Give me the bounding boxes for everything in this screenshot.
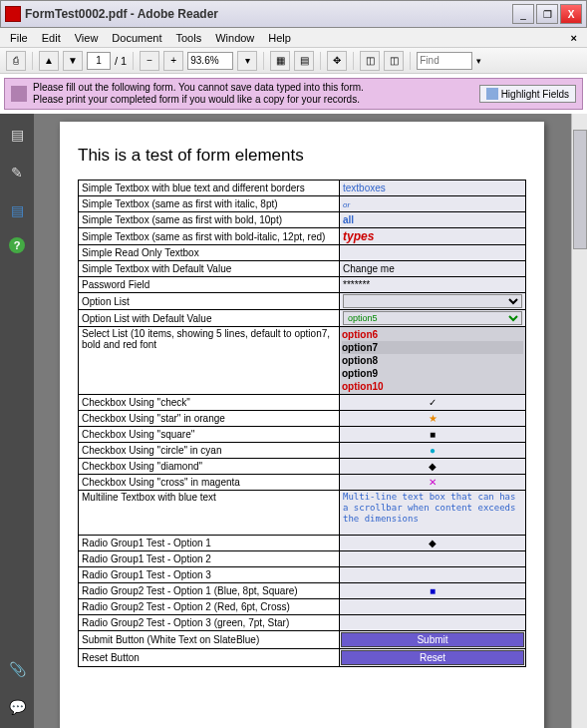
label-reset: Reset Button: [79, 649, 340, 667]
menubar-close-icon[interactable]: ×: [565, 32, 583, 44]
label-select-list: Select List (10 items, showing 5 lines, …: [79, 327, 340, 395]
pages-panel-icon[interactable]: ▤: [6, 124, 28, 146]
page-total: / 1: [115, 55, 127, 67]
label-submit: Submit Button (White Text on SlateBlue): [79, 631, 340, 649]
reset-button[interactable]: Reset: [341, 650, 524, 665]
page-down-icon[interactable]: ▼: [63, 51, 83, 71]
document-area[interactable]: This is a test of form elements Simple T…: [34, 114, 587, 728]
radio-g1-o1[interactable]: ◆: [340, 536, 526, 551]
zoom-input[interactable]: [187, 52, 233, 70]
checkbox-circle[interactable]: ●: [340, 443, 526, 459]
close-button[interactable]: X: [560, 4, 582, 24]
checkbox-square[interactable]: ■: [340, 427, 526, 443]
textbox-italic[interactable]: [343, 200, 522, 209]
textbox-bold[interactable]: [343, 214, 522, 225]
menu-document[interactable]: Document: [106, 30, 167, 46]
info-icon: [11, 86, 27, 102]
menu-tools[interactable]: Tools: [170, 30, 208, 46]
submit-button[interactable]: Submit: [341, 632, 524, 647]
menu-edit[interactable]: Edit: [36, 30, 67, 46]
label-cross: Checkbox Using "cross" in magenta: [79, 475, 340, 491]
label-radio2-2: Radio Group2 Test - Option 2 (Red, 6pt, …: [79, 599, 340, 615]
checkbox-star[interactable]: ★: [340, 411, 526, 427]
label-option-default: Option List with Default Value: [79, 310, 340, 327]
label-diamond: Checkbox Using "diamond": [79, 459, 340, 475]
window-title: FormTest0002.pdf - Adobe Reader: [25, 7, 512, 21]
label-star: Checkbox Using "star" in orange: [79, 411, 340, 427]
highlight-icon: [486, 88, 498, 100]
menubar: File Edit View Document Tools Window Hel…: [0, 28, 587, 48]
label-default: Simple Textbox with Default Value: [79, 261, 340, 277]
checkbox-check[interactable]: ✓: [340, 395, 526, 411]
minimize-button[interactable]: _: [512, 4, 534, 24]
tool2-icon[interactable]: ◫: [360, 51, 380, 71]
option-list[interactable]: [343, 294, 522, 308]
label-radio2-1: Radio Group2 Test - Option 1 (Blue, 8pt,…: [79, 583, 340, 599]
highlight-fields-button[interactable]: Highlight Fields: [479, 85, 576, 103]
textbox-bold-italic-red[interactable]: [343, 229, 522, 243]
menu-window[interactable]: Window: [209, 30, 260, 46]
option-list-default[interactable]: option5: [343, 311, 522, 325]
label-check: Checkbox Using "check": [79, 395, 340, 411]
label-option-list: Option List: [79, 293, 340, 310]
vertical-scrollbar[interactable]: [571, 114, 587, 728]
label-password: Password Field: [79, 277, 340, 293]
checkbox-cross[interactable]: ✕: [340, 475, 526, 491]
zoom-dropdown-icon[interactable]: ▾: [237, 51, 257, 71]
label-square: Checkbox Using "square": [79, 427, 340, 443]
select-list[interactable]: option6option7option8option9option10: [340, 327, 525, 394]
layers-panel-icon[interactable]: ▤: [6, 199, 28, 221]
pdf-page: This is a test of form elements Simple T…: [60, 122, 544, 728]
page-title: This is a test of form elements: [78, 146, 526, 166]
find-dropdown-icon[interactable]: ▾: [476, 56, 481, 66]
fit-page-icon[interactable]: ▤: [294, 51, 314, 71]
page-up-icon[interactable]: ▲: [39, 51, 59, 71]
help-icon[interactable]: ?: [9, 237, 25, 253]
signatures-panel-icon[interactable]: ✎: [6, 162, 28, 183]
menu-view[interactable]: View: [69, 30, 105, 46]
menu-help[interactable]: Help: [262, 30, 297, 46]
comments-panel-icon[interactable]: 💬: [6, 696, 28, 718]
radio-g2-o2[interactable]: [340, 599, 526, 615]
zoom-out-icon[interactable]: −: [140, 51, 159, 71]
menu-file[interactable]: File: [4, 30, 34, 46]
label-textbox-blue: Simple Textbox with blue text and differ…: [79, 181, 340, 196]
label-radio1-2: Radio Group1 Test - Option 2: [79, 551, 340, 567]
label-multiline: Multiline Textbox with blue text: [79, 491, 340, 536]
scrollbar-thumb[interactable]: [573, 130, 587, 249]
label-radio2-3: Radio Group2 Test - Option 3 (green, 7pt…: [79, 615, 340, 631]
label-radio1-1: Radio Group1 Test - Option 1: [79, 536, 340, 551]
print-icon[interactable]: ⎙: [6, 51, 26, 71]
notice-line1: Please fill out the following form. You …: [33, 82, 479, 94]
form-notice: Please fill out the following form. You …: [4, 78, 583, 110]
label-radio1-3: Radio Group1 Test - Option 3: [79, 567, 340, 583]
radio-g2-o1[interactable]: ■: [340, 583, 526, 599]
titlebar: FormTest0002.pdf - Adobe Reader _ ❐ X: [0, 0, 587, 28]
app-icon: [5, 6, 21, 22]
radio-g2-o3[interactable]: [340, 615, 526, 631]
label-readonly: Simple Read Only Textbox: [79, 245, 340, 261]
attachments-panel-icon[interactable]: 📎: [6, 658, 28, 680]
textbox-default[interactable]: [343, 263, 522, 274]
highlight-label: Highlight Fields: [501, 89, 569, 100]
password-field[interactable]: [343, 279, 522, 290]
fit-width-icon[interactable]: ▦: [270, 51, 290, 71]
radio-g1-o2[interactable]: [340, 551, 526, 567]
tool1-icon[interactable]: ✥: [327, 51, 347, 71]
form-table: Simple Textbox with blue text and differ…: [78, 180, 526, 667]
label-textbox-italic: Simple Textbox (same as first with itali…: [79, 196, 340, 212]
textbox-blue[interactable]: [343, 182, 522, 193]
find-input[interactable]: [417, 52, 472, 70]
notice-line2: Please print your completed form if you …: [33, 94, 479, 106]
label-textbox-bired: Simple Textbox (same as first with bold-…: [79, 228, 340, 245]
checkbox-diamond[interactable]: ◆: [340, 459, 526, 475]
textbox-readonly: [340, 245, 526, 261]
tool3-icon[interactable]: ◫: [384, 51, 404, 71]
zoom-in-icon[interactable]: +: [163, 51, 183, 71]
page-number-input[interactable]: [87, 52, 111, 70]
maximize-button[interactable]: ❐: [536, 4, 558, 24]
label-textbox-bold: Simple Textbox (same as first with bold,…: [79, 212, 340, 228]
label-circle: Checkbox Using "circle" in cyan: [79, 443, 340, 459]
multiline-textbox[interactable]: Multi-line text box that can has a scrol…: [343, 492, 522, 532]
radio-g1-o3[interactable]: [340, 567, 526, 583]
